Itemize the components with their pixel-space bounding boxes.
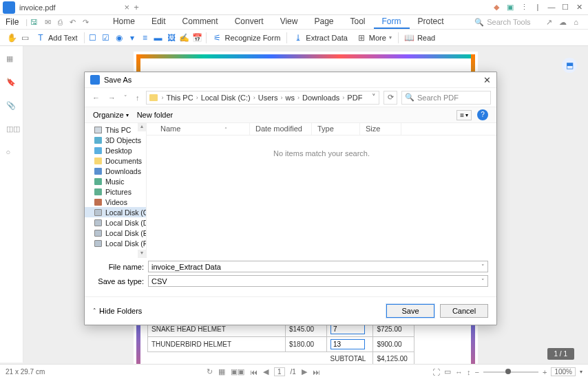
tab-form[interactable]: Form <box>374 15 410 29</box>
chevron-down-icon[interactable]: ˅ <box>481 263 485 270</box>
add-text-button[interactable]: T Add Text <box>33 32 81 44</box>
rotate-icon[interactable]: ↻ <box>207 367 213 376</box>
search-input[interactable]: 🔍 Search PDF <box>401 91 491 105</box>
fit-width-icon[interactable]: ↔ <box>455 368 463 376</box>
close-button[interactable]: ✕ <box>573 2 585 13</box>
close-tab-icon[interactable]: × <box>125 2 130 12</box>
signature-field-icon[interactable]: ✍ <box>180 33 189 43</box>
zoom-value[interactable]: 100% <box>551 367 576 376</box>
crumb[interactable]: Downloads <box>302 94 339 102</box>
tab-protect[interactable]: Protect <box>410 15 452 29</box>
fit-full-icon[interactable]: ⛶ <box>432 368 440 376</box>
tab-edit[interactable]: Edit <box>143 15 174 29</box>
first-page-icon[interactable]: ⏮ <box>250 368 258 376</box>
tree-item-documents[interactable]: Documents <box>85 155 146 166</box>
crumb[interactable]: PDF <box>347 94 362 102</box>
qty-input[interactable] <box>330 339 365 349</box>
undo-icon[interactable]: ↶ <box>70 18 76 27</box>
checkbox-field-icon[interactable]: ☑ <box>101 33 111 43</box>
hand-tool-icon[interactable]: ✋ <box>7 33 17 43</box>
kebab-icon[interactable]: ⋮ <box>518 2 530 13</box>
tab-home[interactable]: Home <box>105 15 143 29</box>
qty-input[interactable] <box>330 324 365 334</box>
file-name-input[interactable]: invoice_Extract Data ˅ <box>148 261 488 272</box>
share-icon[interactable]: ▣ <box>504 2 516 13</box>
zoom-slider[interactable] <box>483 371 538 373</box>
crumb[interactable]: Users <box>258 94 278 102</box>
search-pane-icon[interactable]: ○ <box>6 148 17 159</box>
thumbnails-icon[interactable]: ▦ <box>6 54 17 65</box>
radio-field-icon[interactable]: ◉ <box>114 33 124 43</box>
col-type[interactable]: Type <box>312 123 360 135</box>
save-button[interactable]: Save <box>386 304 434 318</box>
crumb[interactable]: ws <box>285 94 294 102</box>
new-folder-button[interactable]: New folder <box>137 111 174 119</box>
page-number-input[interactable]: 1 <box>274 367 285 376</box>
print-icon[interactable]: ⎙ <box>58 18 63 27</box>
date-field-icon[interactable]: 📅 <box>193 33 202 43</box>
save-icon[interactable]: 🖫 <box>30 18 38 27</box>
cancel-button[interactable]: Cancel <box>440 304 488 318</box>
tab-convert[interactable]: Convert <box>227 15 272 29</box>
fit-height-icon[interactable]: ↕ <box>467 368 471 376</box>
file-menu[interactable]: File <box>6 17 19 27</box>
search-tools[interactable]: 🔍 Search Tools <box>474 18 530 27</box>
redo-icon[interactable]: ↷ <box>83 18 89 27</box>
tree-item-disk-f[interactable]: Local Disk (F:) <box>85 238 146 248</box>
add-tab-icon[interactable]: + <box>134 2 139 12</box>
thumbnails-icon[interactable]: ▦ <box>218 367 225 376</box>
home-icon[interactable]: ⌂ <box>574 18 578 27</box>
premium-icon[interactable]: ◆ <box>490 2 503 13</box>
list-field-icon[interactable]: ≡ <box>140 33 150 43</box>
crumb[interactable]: Local Disk (C:) <box>201 94 251 102</box>
tree-item-videos[interactable]: Videos <box>85 197 146 207</box>
open-external-icon[interactable]: ↗ <box>546 18 552 27</box>
tree-item-this-pc[interactable]: This PC <box>85 124 146 135</box>
refresh-icon[interactable]: ⟳ <box>384 91 397 105</box>
attachments-icon[interactable]: 📎 <box>6 101 17 112</box>
select-tool-icon[interactable]: ▭ <box>20 33 30 43</box>
zoom-out-icon[interactable]: − <box>475 368 479 376</box>
extract-data-button[interactable]: ⤓ Extract Data <box>291 32 350 44</box>
layers-icon[interactable]: ◫◫ <box>6 124 17 136</box>
tab-tool[interactable]: Tool <box>342 15 373 29</box>
view-mode-button[interactable]: ≡▾ <box>456 110 472 120</box>
chevron-down-icon[interactable]: ˅ <box>481 278 485 285</box>
two-page-icon[interactable]: ▣▣ <box>231 367 244 376</box>
close-icon[interactable]: ✕ <box>483 75 491 85</box>
forward-icon[interactable]: → <box>106 94 118 102</box>
chevron-down-icon[interactable]: ˅ <box>372 93 376 102</box>
save-type-select[interactable]: CSV ˅ <box>148 275 488 287</box>
tree-item-disk-e[interactable]: Local Disk (E:) <box>85 228 146 238</box>
col-name[interactable]: Name˄ <box>147 123 250 135</box>
last-page-icon[interactable]: ⏭ <box>313 368 320 376</box>
button-field-icon[interactable]: ▬ <box>154 33 163 43</box>
scroll-up-icon[interactable]: ▴ <box>138 123 146 131</box>
tab-page[interactable]: Page <box>306 15 342 29</box>
tab-comment[interactable]: Comment <box>174 15 227 29</box>
cloud-icon[interactable]: ☁ <box>559 18 567 27</box>
tree-item-disk-d[interactable]: Local Disk (D:) <box>85 217 146 228</box>
crumb[interactable]: This PC <box>167 94 193 102</box>
tree-item-music[interactable]: Music <box>85 176 146 186</box>
maximize-button[interactable]: ☐ <box>559 2 571 13</box>
tree-item-downloads[interactable]: Downloads <box>85 166 146 176</box>
tree-scrollbar[interactable]: ▴ ▾ <box>138 123 146 258</box>
minimize-button[interactable]: — <box>545 2 558 13</box>
zoom-in-icon[interactable]: + <box>543 368 547 376</box>
help-icon[interactable]: ? <box>477 109 488 120</box>
more-button[interactable]: ⊞ More ▾ <box>354 32 395 44</box>
breadcrumb[interactable]: › This PC› Local Disk (C:)› Users› ws› D… <box>146 91 380 105</box>
tree-item-pictures[interactable]: Pictures <box>85 186 146 197</box>
col-date[interactable]: Date modified <box>250 123 312 135</box>
tree-item-disk-c[interactable]: Local Disk (C:) <box>85 207 146 217</box>
chevron-down-icon[interactable]: ▾ <box>580 369 582 375</box>
recognize-form-button[interactable]: ⚟ Recognize Form <box>210 32 284 44</box>
back-icon[interactable]: ← <box>90 94 102 102</box>
fit-page-icon[interactable]: ▭ <box>444 367 451 376</box>
read-button[interactable]: 📖 Read <box>402 32 438 44</box>
up-icon[interactable]: ↑ <box>134 94 142 102</box>
image-field-icon[interactable]: 🖼 <box>167 33 176 43</box>
col-size[interactable]: Size <box>360 123 401 135</box>
mail-icon[interactable]: ✉ <box>45 18 51 27</box>
